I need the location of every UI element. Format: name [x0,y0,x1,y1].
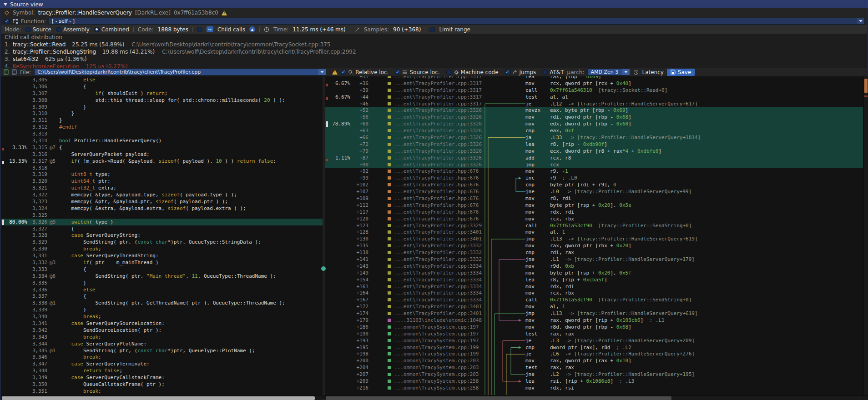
source-line[interactable]: 3,316 ServerQueryPacket payload; [1,151,323,158]
asm-source-location[interactable]: ...ent\TracyProfiler.cpp:3317 [394,87,484,93]
source-line[interactable]: 3,310 } [1,110,323,117]
asm-source-location[interactable]: ...ent\TracyProfiler.cpp:3401 [394,310,484,316]
asm-row[interactable]: +102...ent\TracyProfiler.hpp:676cmpbyte … [325,181,863,188]
asm-offset[interactable]: +36 [350,80,368,86]
source-pane[interactable]: 3,305 else3,306 {3,307 if( shouldExit ) … [1,76,323,395]
source-line[interactable]: 3,319 uint8_t type; [1,171,323,178]
source-horizontal-scrollbar[interactable] [1,395,323,400]
child-calls-checkbox[interactable] [197,27,202,32]
asm-source-location[interactable]: ...ent\TracyProfiler.cpp:3401 [394,229,484,235]
source-line[interactable]: 3,330 break; [1,245,323,252]
asm-source-location[interactable]: ...ommon\TracySystem.cpp:258 [394,385,484,391]
asm-source-location[interactable]: ...ent\TracyProfiler.cpp:3326 [394,141,484,147]
line-number[interactable]: 3,344 [27,341,47,347]
asm-row[interactable]: +179....31103\include\atomic:1048movrax,… [325,317,863,324]
source-line[interactable]: 3,312#endif [1,124,323,130]
asm-source-location[interactable]: ...ommon\TracySystem.cpp:203 [394,358,484,364]
asm-source-location[interactable]: ...ommon\TracySystem.cpp:197 [394,338,484,344]
line-number[interactable]: 3,318 [27,165,47,171]
child-call-item[interactable]: 2.tracy::Profiler::SendLongString19.88 m… [1,48,867,55]
line-number[interactable]: 3,335 [27,280,47,286]
source-line[interactable]: 3,350 QueueCallstackFrame( ptr ); [1,381,323,388]
asm-offset[interactable]: +216 [350,385,368,391]
line-number[interactable]: 3,330 [27,246,47,252]
line-number[interactable]: 3,348 [27,368,47,374]
source-file-icon[interactable] [4,69,9,75]
asm-source-location[interactable]: ...ommon\TracySystem.cpp:197 [394,324,484,330]
line-number[interactable]: 3,339 [27,307,47,313]
asm-source-location[interactable]: ...ent\TracyProfiler.hpp:676 [394,175,484,181]
asm-row[interactable]: +164...ent\TracyProfiler.cpp:3334movrcx,… [325,290,863,297]
save-button[interactable]: Save [667,69,695,76]
source-line[interactable]: 3,347 case ServerQueryTerminate: [1,360,323,367]
asm-source-location[interactable]: ...ent\TracyProfiler.cpp:3326 [394,162,484,168]
asm-offset[interactable]: +52 [350,107,368,113]
asm-offset[interactable]: +102 [350,182,368,188]
source-line[interactable]: 3,351 break; [1,388,323,395]
line-number[interactable]: 3,306 [27,84,47,90]
asm-offset[interactable]: +164 [350,290,368,296]
checkbox-icon[interactable] [446,70,452,75]
asm-source-location[interactable]: ...ent\TracyProfiler.cpp:3317 [394,94,484,100]
asm-offset[interactable]: +117 [350,209,368,215]
asm-source-location[interactable]: ...ent\TracyProfiler.cpp:3332 [394,250,484,255]
line-number[interactable]: 3,341 [27,320,47,326]
asm-row[interactable]: 78.89%+60...ent\TracyProfiler.cpp:3326mo… [325,120,863,127]
asm-offset[interactable]: +138 [350,250,368,255]
checkbox-icon[interactable] [395,70,400,75]
asm-offset[interactable]: +209 [350,378,368,384]
asm-row[interactable]: +31...ent\TracyProfiler.cpp:3317learax, … [325,76,863,80]
source-line[interactable]: 3,314bool Profiler::HandleServerQuery() [1,137,323,144]
line-number[interactable]: 3,310 [27,110,47,116]
source-line[interactable]: 3,342 SendSourceLocation( ptr ); [1,327,323,334]
source-line[interactable]: 3,306 { [1,83,323,90]
asm-source-location[interactable]: ...ent\TracyProfiler.cpp:3317 [394,76,484,80]
source-line[interactable]: 3,325 [1,212,323,219]
chevron-down-icon[interactable] [857,18,864,24]
source-line[interactable]: 3,305 else [1,76,323,83]
line-number[interactable]: 3,334 [27,273,47,279]
scrollbar-thumb[interactable] [864,79,868,93]
asm-offset[interactable]: +198 [350,351,368,357]
asm-offset[interactable]: +143 [350,263,368,269]
source-line[interactable]: 3,337 { [1,293,323,300]
asm-source-location[interactable]: ...ommon\TracySystem.cpp:199 [394,351,484,357]
asm-offset[interactable]: +154 [350,277,368,283]
source-line[interactable]: 3,333 { [1,266,323,273]
assembly-vertical-scrollbar[interactable] [863,76,868,395]
asm-option-jumps[interactable]: Jumps [505,69,536,75]
line-number[interactable]: 3,351 [27,388,47,394]
asm-source-location[interactable]: ...ent\TracyProfiler.cpp:3334 [394,277,484,283]
asm-offset[interactable]: +179 [350,317,368,323]
asm-row[interactable]: +138...ent\TracyProfiler.cpp:3332cmprdi,… [325,249,863,256]
line-number[interactable]: 3,309 [27,104,47,110]
line-number[interactable]: 3,345 [27,348,47,354]
asm-row[interactable]: +193...ommon\TracySystem.cpp:197je.L3 ->… [325,337,863,344]
asm-row[interactable]: +209...ommon\TracySystem.cpp:258learsi, … [325,378,863,385]
asm-source-location[interactable]: ...ent\TracyProfiler.cpp:3326 [394,155,484,161]
source-line[interactable]: 80.00%3,326@9 switch( type ) [1,219,323,225]
asm-source-location[interactable]: ...ent\TracyProfiler.hpp:676 [394,189,484,195]
line-number[interactable]: 3,316 [27,151,47,157]
asm-offset[interactable]: +39 [350,87,368,93]
asm-source-location[interactable]: ...ent\TracyProfiler.cpp:3332 [394,243,484,249]
asm-row[interactable]: +52...ent\TracyProfiler.cpp:3326movzxeax… [325,107,863,114]
asm-offset[interactable]: +161 [350,284,368,290]
line-number[interactable]: 3,331 [27,253,47,259]
function-combo[interactable]: [ - self - ] [49,18,865,25]
mode-option-source[interactable]: Source [25,26,51,33]
asm-row[interactable]: +135...ent\TracyProfiler.cpp:3332movrax,… [325,242,863,249]
source-line[interactable]: 3,340 break; [1,313,323,320]
asm-offset[interactable]: +87 [350,155,368,161]
asm-source-location[interactable]: ...ent\TracyProfiler.hpp:676 [394,168,484,174]
asm-option-relative-loc[interactable]: Relative loc. [341,69,389,75]
asm-source-location[interactable]: ...ent\TracyProfiler.cpp:3326 [394,128,484,134]
asm-row[interactable]: +198...ommon\TracySystem.cpp:199je.L6 ->… [325,351,863,358]
line-number[interactable]: 3,336 [27,287,47,293]
source-line[interactable]: 3,349 case ServerQueryCallstackFrame: [1,374,323,381]
asm-source-location[interactable]: ...ent\TracyProfiler.hpp:676 [394,202,484,208]
asm-row[interactable]: +195...ommon\TracySystem.cpp:199cmpdword… [325,344,863,351]
radio-icon[interactable] [56,27,61,32]
asm-offset[interactable]: +92 [350,168,368,174]
chevron-down-icon[interactable] [622,69,630,75]
